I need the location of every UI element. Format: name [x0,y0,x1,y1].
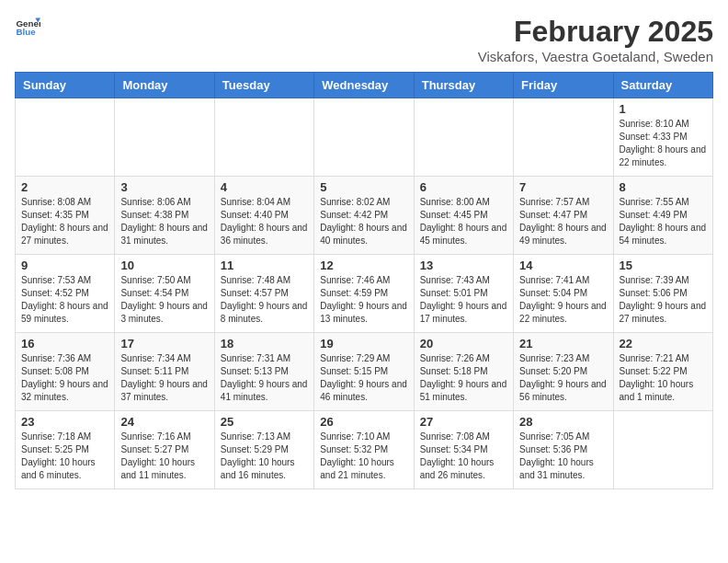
calendar-cell [214,98,313,177]
calendar-cell: 9Sunrise: 7:53 AM Sunset: 4:52 PM Daylig… [16,255,115,333]
day-number: 7 [519,180,607,194]
calendar-cell: 21Sunrise: 7:23 AM Sunset: 5:20 PM Dayli… [514,333,613,411]
day-number: 19 [320,337,407,350]
day-info: Sunrise: 7:05 AM Sunset: 5:36 PM Dayligh… [519,431,607,482]
day-info: Sunrise: 7:23 AM Sunset: 5:20 PM Dayligh… [519,352,607,404]
header-wednesday: Wednesday [314,73,414,98]
day-info: Sunrise: 7:29 AM Sunset: 5:15 PM Dayligh… [320,352,407,404]
day-number: 21 [519,337,607,350]
day-info: Sunrise: 7:31 AM Sunset: 5:13 PM Dayligh… [221,352,308,404]
day-number: 6 [420,180,507,194]
calendar-cell: 5Sunrise: 8:02 AM Sunset: 4:42 PM Daylig… [314,177,414,255]
calendar-cell: 23Sunrise: 7:18 AM Sunset: 5:25 PM Dayli… [16,411,115,489]
calendar-cell: 6Sunrise: 8:00 AM Sunset: 4:45 PM Daylig… [414,177,513,255]
day-number: 14 [519,259,607,272]
day-info: Sunrise: 7:13 AM Sunset: 5:29 PM Dayligh… [221,431,308,482]
calendar-cell: 1Sunrise: 8:10 AM Sunset: 4:33 PM Daylig… [613,98,712,177]
calendar-cell: 12Sunrise: 7:46 AM Sunset: 4:59 PM Dayli… [314,255,414,333]
main-title: February 2025 [478,15,713,49]
day-number: 16 [21,337,108,350]
day-info: Sunrise: 7:46 AM Sunset: 4:59 PM Dayligh… [320,274,407,326]
day-info: Sunrise: 8:04 AM Sunset: 4:40 PM Dayligh… [221,196,308,247]
calendar-cell: 22Sunrise: 7:21 AM Sunset: 5:22 PM Dayli… [613,333,712,411]
calendar-cell: 8Sunrise: 7:55 AM Sunset: 4:49 PM Daylig… [613,177,712,255]
day-number: 3 [120,180,208,194]
day-info: Sunrise: 8:02 AM Sunset: 4:42 PM Dayligh… [320,196,407,247]
calendar-table: Sunday Monday Tuesday Wednesday Thursday… [15,72,713,489]
day-info: Sunrise: 7:08 AM Sunset: 5:34 PM Dayligh… [420,431,507,482]
day-number: 2 [21,180,108,194]
day-number: 9 [21,259,108,272]
calendar-cell: 16Sunrise: 7:36 AM Sunset: 5:08 PM Dayli… [16,333,115,411]
day-info: Sunrise: 7:26 AM Sunset: 5:18 PM Dayligh… [420,352,507,404]
day-info: Sunrise: 7:34 AM Sunset: 5:11 PM Dayligh… [120,352,208,404]
calendar-cell: 28Sunrise: 7:05 AM Sunset: 5:36 PM Dayli… [514,411,613,489]
calendar-header-row: Sunday Monday Tuesday Wednesday Thursday… [16,73,713,98]
day-info: Sunrise: 7:41 AM Sunset: 5:04 PM Dayligh… [519,274,607,326]
header-tuesday: Tuesday [214,73,313,98]
day-info: Sunrise: 7:48 AM Sunset: 4:57 PM Dayligh… [221,274,308,326]
day-number: 27 [420,415,507,429]
day-number: 4 [221,180,308,194]
day-info: Sunrise: 7:50 AM Sunset: 4:54 PM Dayligh… [120,274,208,326]
day-number: 10 [120,259,208,272]
logo: General Blue [15,15,40,40]
calendar-cell: 24Sunrise: 7:16 AM Sunset: 5:27 PM Dayli… [115,411,214,489]
calendar-cell: 14Sunrise: 7:41 AM Sunset: 5:04 PM Dayli… [514,255,613,333]
calendar-cell: 27Sunrise: 7:08 AM Sunset: 5:34 PM Dayli… [414,411,513,489]
header-saturday: Saturday [613,73,712,98]
day-number: 20 [420,337,507,350]
day-number: 22 [620,337,707,350]
day-info: Sunrise: 8:06 AM Sunset: 4:38 PM Dayligh… [120,196,208,247]
day-info: Sunrise: 8:00 AM Sunset: 4:45 PM Dayligh… [420,196,507,247]
logo-icon: General Blue [15,15,40,40]
day-info: Sunrise: 7:43 AM Sunset: 5:01 PM Dayligh… [420,274,507,326]
calendar-week-3: 9Sunrise: 7:53 AM Sunset: 4:52 PM Daylig… [16,255,713,333]
day-number: 12 [320,259,407,272]
day-info: Sunrise: 7:39 AM Sunset: 5:06 PM Dayligh… [620,274,707,326]
day-number: 13 [420,259,507,272]
calendar-cell: 25Sunrise: 7:13 AM Sunset: 5:29 PM Dayli… [214,411,313,489]
day-info: Sunrise: 8:08 AM Sunset: 4:35 PM Dayligh… [21,196,108,247]
day-number: 28 [519,415,607,429]
calendar-cell: 15Sunrise: 7:39 AM Sunset: 5:06 PM Dayli… [613,255,712,333]
day-number: 18 [221,337,308,350]
day-number: 17 [120,337,208,350]
day-info: Sunrise: 7:36 AM Sunset: 5:08 PM Dayligh… [21,352,108,404]
day-info: Sunrise: 7:18 AM Sunset: 5:25 PM Dayligh… [21,431,108,482]
calendar-week-5: 23Sunrise: 7:18 AM Sunset: 5:25 PM Dayli… [16,411,713,489]
calendar-week-2: 2Sunrise: 8:08 AM Sunset: 4:35 PM Daylig… [16,177,713,255]
day-info: Sunrise: 7:57 AM Sunset: 4:47 PM Dayligh… [519,196,607,247]
day-number: 15 [620,259,707,272]
calendar-cell [314,98,414,177]
day-number: 23 [21,415,108,429]
header-friday: Friday [514,73,613,98]
subtitle: Viskafors, Vaestra Goetaland, Sweden [478,49,713,64]
day-number: 11 [221,259,308,272]
calendar-cell: 26Sunrise: 7:10 AM Sunset: 5:32 PM Dayli… [314,411,414,489]
calendar-week-1: 1Sunrise: 8:10 AM Sunset: 4:33 PM Daylig… [16,98,713,177]
day-info: Sunrise: 7:53 AM Sunset: 4:52 PM Dayligh… [21,274,108,326]
day-number: 8 [620,180,707,194]
header-sunday: Sunday [16,73,115,98]
calendar-cell: 19Sunrise: 7:29 AM Sunset: 5:15 PM Dayli… [314,333,414,411]
day-number: 25 [221,415,308,429]
calendar-cell: 13Sunrise: 7:43 AM Sunset: 5:01 PM Dayli… [414,255,513,333]
calendar-cell: 3Sunrise: 8:06 AM Sunset: 4:38 PM Daylig… [115,177,214,255]
calendar-cell: 4Sunrise: 8:04 AM Sunset: 4:40 PM Daylig… [214,177,313,255]
day-number: 1 [620,102,707,116]
calendar-cell [514,98,613,177]
day-info: Sunrise: 7:55 AM Sunset: 4:49 PM Dayligh… [620,196,707,247]
calendar-cell: 17Sunrise: 7:34 AM Sunset: 5:11 PM Dayli… [115,333,214,411]
calendar-week-4: 16Sunrise: 7:36 AM Sunset: 5:08 PM Dayli… [16,333,713,411]
calendar-cell [613,411,712,489]
page-header: General Blue February 2025 Viskafors, Va… [15,15,713,64]
day-number: 24 [120,415,208,429]
day-number: 26 [320,415,407,429]
calendar-cell: 11Sunrise: 7:48 AM Sunset: 4:57 PM Dayli… [214,255,313,333]
calendar-cell: 2Sunrise: 8:08 AM Sunset: 4:35 PM Daylig… [16,177,115,255]
header-thursday: Thursday [414,73,513,98]
day-info: Sunrise: 7:21 AM Sunset: 5:22 PM Dayligh… [620,352,707,404]
calendar-cell: 20Sunrise: 7:26 AM Sunset: 5:18 PM Dayli… [414,333,513,411]
calendar-cell [414,98,513,177]
